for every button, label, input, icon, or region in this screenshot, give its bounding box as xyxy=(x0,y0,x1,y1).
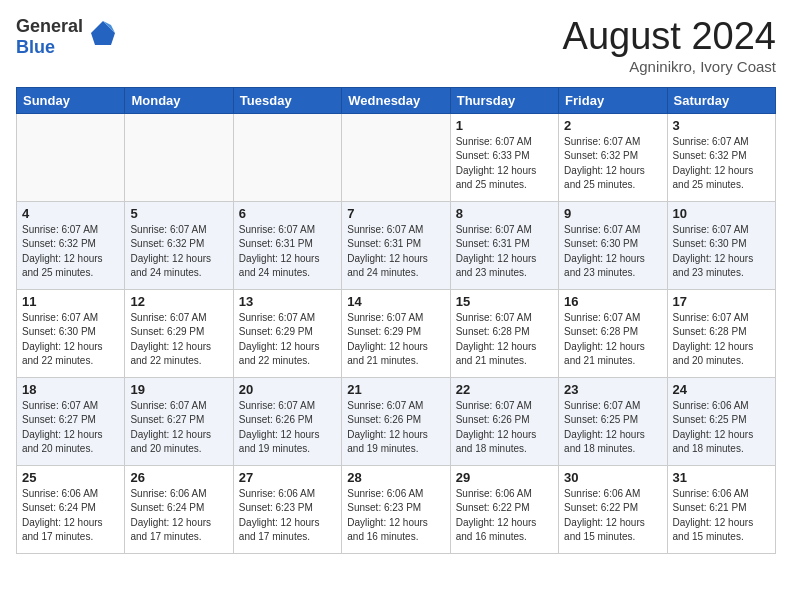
title-block: August 2024 Agninikro, Ivory Coast xyxy=(563,16,776,75)
day-number: 2 xyxy=(564,118,661,133)
day-number: 10 xyxy=(673,206,770,221)
day-number: 30 xyxy=(564,470,661,485)
day-number: 23 xyxy=(564,382,661,397)
day-info: Sunrise: 6:07 AM Sunset: 6:32 PM Dayligh… xyxy=(564,135,661,193)
calendar-cell: 14Sunrise: 6:07 AM Sunset: 6:29 PM Dayli… xyxy=(342,289,450,377)
calendar-week-row: 11Sunrise: 6:07 AM Sunset: 6:30 PM Dayli… xyxy=(17,289,776,377)
day-info: Sunrise: 6:06 AM Sunset: 6:22 PM Dayligh… xyxy=(564,487,661,545)
calendar-cell: 27Sunrise: 6:06 AM Sunset: 6:23 PM Dayli… xyxy=(233,465,341,553)
calendar-cell: 28Sunrise: 6:06 AM Sunset: 6:23 PM Dayli… xyxy=(342,465,450,553)
calendar-cell: 23Sunrise: 6:07 AM Sunset: 6:25 PM Dayli… xyxy=(559,377,667,465)
day-info: Sunrise: 6:07 AM Sunset: 6:30 PM Dayligh… xyxy=(673,223,770,281)
day-info: Sunrise: 6:07 AM Sunset: 6:33 PM Dayligh… xyxy=(456,135,553,193)
day-number: 28 xyxy=(347,470,444,485)
calendar-week-row: 4Sunrise: 6:07 AM Sunset: 6:32 PM Daylig… xyxy=(17,201,776,289)
calendar-cell: 24Sunrise: 6:06 AM Sunset: 6:25 PM Dayli… xyxy=(667,377,775,465)
day-number: 4 xyxy=(22,206,119,221)
day-number: 9 xyxy=(564,206,661,221)
day-number: 12 xyxy=(130,294,227,309)
day-info: Sunrise: 6:07 AM Sunset: 6:28 PM Dayligh… xyxy=(673,311,770,369)
calendar-cell: 16Sunrise: 6:07 AM Sunset: 6:28 PM Dayli… xyxy=(559,289,667,377)
weekday-header-tuesday: Tuesday xyxy=(233,87,341,113)
logo-icon xyxy=(87,17,119,49)
weekday-header-wednesday: Wednesday xyxy=(342,87,450,113)
logo-general: General xyxy=(16,16,83,36)
day-info: Sunrise: 6:06 AM Sunset: 6:23 PM Dayligh… xyxy=(347,487,444,545)
calendar-cell: 15Sunrise: 6:07 AM Sunset: 6:28 PM Dayli… xyxy=(450,289,558,377)
calendar-cell: 17Sunrise: 6:07 AM Sunset: 6:28 PM Dayli… xyxy=(667,289,775,377)
day-info: Sunrise: 6:06 AM Sunset: 6:25 PM Dayligh… xyxy=(673,399,770,457)
day-info: Sunrise: 6:07 AM Sunset: 6:30 PM Dayligh… xyxy=(564,223,661,281)
calendar-week-row: 1Sunrise: 6:07 AM Sunset: 6:33 PM Daylig… xyxy=(17,113,776,201)
calendar-cell: 7Sunrise: 6:07 AM Sunset: 6:31 PM Daylig… xyxy=(342,201,450,289)
page-header: General Blue August 2024 Agninikro, Ivor… xyxy=(16,16,776,75)
calendar-cell: 3Sunrise: 6:07 AM Sunset: 6:32 PM Daylig… xyxy=(667,113,775,201)
day-info: Sunrise: 6:07 AM Sunset: 6:29 PM Dayligh… xyxy=(239,311,336,369)
calendar-cell: 1Sunrise: 6:07 AM Sunset: 6:33 PM Daylig… xyxy=(450,113,558,201)
day-info: Sunrise: 6:06 AM Sunset: 6:22 PM Dayligh… xyxy=(456,487,553,545)
calendar-cell xyxy=(125,113,233,201)
calendar-cell xyxy=(233,113,341,201)
day-info: Sunrise: 6:07 AM Sunset: 6:26 PM Dayligh… xyxy=(347,399,444,457)
weekday-header-saturday: Saturday xyxy=(667,87,775,113)
day-number: 21 xyxy=(347,382,444,397)
day-number: 14 xyxy=(347,294,444,309)
day-info: Sunrise: 6:07 AM Sunset: 6:32 PM Dayligh… xyxy=(130,223,227,281)
weekday-header-row: SundayMondayTuesdayWednesdayThursdayFrid… xyxy=(17,87,776,113)
day-info: Sunrise: 6:07 AM Sunset: 6:31 PM Dayligh… xyxy=(239,223,336,281)
day-number: 18 xyxy=(22,382,119,397)
day-number: 6 xyxy=(239,206,336,221)
calendar-cell: 10Sunrise: 6:07 AM Sunset: 6:30 PM Dayli… xyxy=(667,201,775,289)
calendar-cell: 2Sunrise: 6:07 AM Sunset: 6:32 PM Daylig… xyxy=(559,113,667,201)
weekday-header-friday: Friday xyxy=(559,87,667,113)
day-info: Sunrise: 6:07 AM Sunset: 6:28 PM Dayligh… xyxy=(456,311,553,369)
month-year-title: August 2024 xyxy=(563,16,776,58)
calendar-week-row: 25Sunrise: 6:06 AM Sunset: 6:24 PM Dayli… xyxy=(17,465,776,553)
calendar-table: SundayMondayTuesdayWednesdayThursdayFrid… xyxy=(16,87,776,554)
day-info: Sunrise: 6:06 AM Sunset: 6:23 PM Dayligh… xyxy=(239,487,336,545)
calendar-cell: 18Sunrise: 6:07 AM Sunset: 6:27 PM Dayli… xyxy=(17,377,125,465)
calendar-cell: 19Sunrise: 6:07 AM Sunset: 6:27 PM Dayli… xyxy=(125,377,233,465)
calendar-cell: 30Sunrise: 6:06 AM Sunset: 6:22 PM Dayli… xyxy=(559,465,667,553)
calendar-cell: 5Sunrise: 6:07 AM Sunset: 6:32 PM Daylig… xyxy=(125,201,233,289)
weekday-header-monday: Monday xyxy=(125,87,233,113)
calendar-cell: 29Sunrise: 6:06 AM Sunset: 6:22 PM Dayli… xyxy=(450,465,558,553)
calendar-cell: 9Sunrise: 6:07 AM Sunset: 6:30 PM Daylig… xyxy=(559,201,667,289)
day-info: Sunrise: 6:06 AM Sunset: 6:21 PM Dayligh… xyxy=(673,487,770,545)
calendar-cell: 13Sunrise: 6:07 AM Sunset: 6:29 PM Dayli… xyxy=(233,289,341,377)
calendar-cell: 25Sunrise: 6:06 AM Sunset: 6:24 PM Dayli… xyxy=(17,465,125,553)
day-info: Sunrise: 6:07 AM Sunset: 6:25 PM Dayligh… xyxy=(564,399,661,457)
day-number: 5 xyxy=(130,206,227,221)
day-info: Sunrise: 6:07 AM Sunset: 6:32 PM Dayligh… xyxy=(22,223,119,281)
day-number: 1 xyxy=(456,118,553,133)
calendar-cell: 22Sunrise: 6:07 AM Sunset: 6:26 PM Dayli… xyxy=(450,377,558,465)
day-number: 16 xyxy=(564,294,661,309)
day-info: Sunrise: 6:07 AM Sunset: 6:26 PM Dayligh… xyxy=(239,399,336,457)
day-info: Sunrise: 6:07 AM Sunset: 6:27 PM Dayligh… xyxy=(130,399,227,457)
day-info: Sunrise: 6:07 AM Sunset: 6:29 PM Dayligh… xyxy=(347,311,444,369)
day-number: 15 xyxy=(456,294,553,309)
day-info: Sunrise: 6:07 AM Sunset: 6:26 PM Dayligh… xyxy=(456,399,553,457)
calendar-cell: 8Sunrise: 6:07 AM Sunset: 6:31 PM Daylig… xyxy=(450,201,558,289)
weekday-header-sunday: Sunday xyxy=(17,87,125,113)
calendar-cell: 12Sunrise: 6:07 AM Sunset: 6:29 PM Dayli… xyxy=(125,289,233,377)
calendar-cell: 4Sunrise: 6:07 AM Sunset: 6:32 PM Daylig… xyxy=(17,201,125,289)
calendar-cell: 11Sunrise: 6:07 AM Sunset: 6:30 PM Dayli… xyxy=(17,289,125,377)
svg-marker-0 xyxy=(91,21,115,45)
day-info: Sunrise: 6:07 AM Sunset: 6:28 PM Dayligh… xyxy=(564,311,661,369)
logo: General Blue xyxy=(16,16,119,57)
calendar-cell: 26Sunrise: 6:06 AM Sunset: 6:24 PM Dayli… xyxy=(125,465,233,553)
day-number: 22 xyxy=(456,382,553,397)
day-info: Sunrise: 6:07 AM Sunset: 6:29 PM Dayligh… xyxy=(130,311,227,369)
day-number: 7 xyxy=(347,206,444,221)
calendar-week-row: 18Sunrise: 6:07 AM Sunset: 6:27 PM Dayli… xyxy=(17,377,776,465)
day-number: 17 xyxy=(673,294,770,309)
calendar-cell: 21Sunrise: 6:07 AM Sunset: 6:26 PM Dayli… xyxy=(342,377,450,465)
day-info: Sunrise: 6:06 AM Sunset: 6:24 PM Dayligh… xyxy=(130,487,227,545)
day-number: 26 xyxy=(130,470,227,485)
day-info: Sunrise: 6:07 AM Sunset: 6:27 PM Dayligh… xyxy=(22,399,119,457)
day-info: Sunrise: 6:07 AM Sunset: 6:30 PM Dayligh… xyxy=(22,311,119,369)
calendar-cell: 6Sunrise: 6:07 AM Sunset: 6:31 PM Daylig… xyxy=(233,201,341,289)
day-info: Sunrise: 6:06 AM Sunset: 6:24 PM Dayligh… xyxy=(22,487,119,545)
day-number: 27 xyxy=(239,470,336,485)
